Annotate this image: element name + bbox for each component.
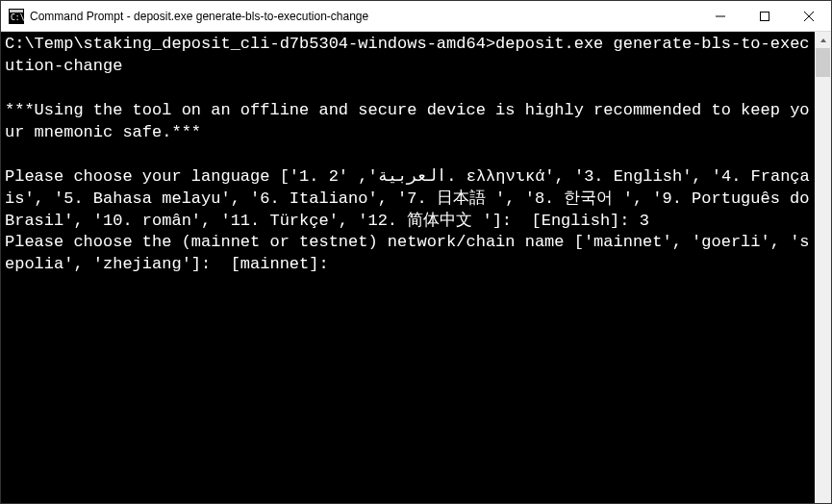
svg-rect-1 [10, 10, 23, 13]
network-prompt: Please choose the (mainnet or testnet) n… [5, 233, 810, 273]
svg-rect-4 [761, 12, 769, 20]
warning-text: ***Using the tool on an offline and secu… [5, 101, 810, 141]
language-input: 3 [640, 212, 649, 230]
window-controls [698, 1, 831, 31]
minimize-button[interactable] [698, 1, 743, 31]
prompt-path: C:\Temp\staking_deposit_cli-d7b5304-wind… [5, 35, 495, 53]
vertical-scrollbar[interactable] [815, 32, 831, 503]
language-prompt: Please choose your language ['1. العربية… [5, 167, 815, 230]
terminal-content[interactable]: C:\Temp\staking_deposit_cli-d7b5304-wind… [1, 32, 815, 503]
cmd-icon: C:\ [9, 9, 24, 24]
scrollbar-up-arrow[interactable] [815, 32, 831, 48]
maximize-button[interactable] [743, 1, 787, 31]
window-title: Command Prompt - deposit.exe generate-bl… [30, 10, 698, 23]
titlebar[interactable]: C:\ Command Prompt - deposit.exe generat… [1, 1, 831, 32]
scrollbar-thumb[interactable] [816, 48, 830, 77]
svg-marker-7 [820, 38, 826, 42]
command-prompt-window: C:\ Command Prompt - deposit.exe generat… [0, 0, 832, 504]
terminal-area: C:\Temp\staking_deposit_cli-d7b5304-wind… [1, 32, 831, 503]
scrollbar-track[interactable] [815, 48, 831, 503]
close-button[interactable] [787, 1, 831, 31]
svg-text:C:\: C:\ [11, 13, 24, 22]
